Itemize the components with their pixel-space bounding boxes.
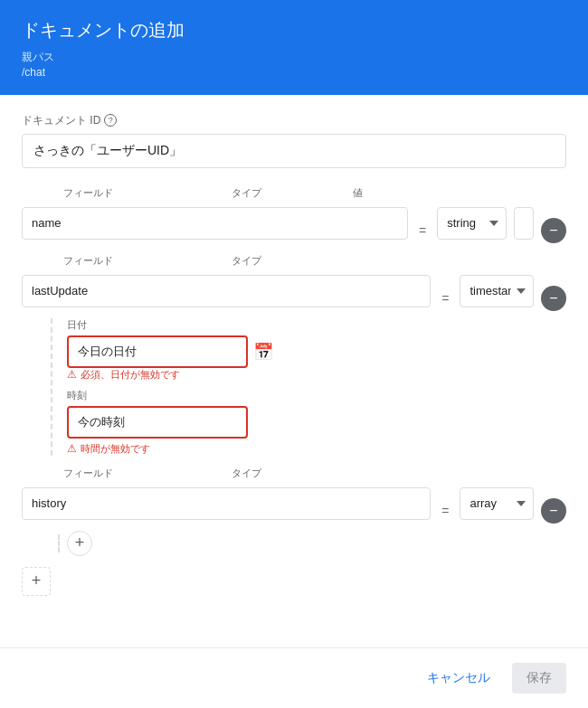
minus-icon-2: − <box>549 290 557 307</box>
remove-row-1-button[interactable]: − <box>541 218 566 243</box>
col-label-field-3: フィールド <box>63 467 181 480</box>
col-label-type-3: タイプ <box>232 467 331 480</box>
time-error-icon: ⚠ <box>67 442 77 455</box>
field-value-input-1[interactable] <box>514 207 534 240</box>
col-label-type: タイプ <box>232 186 331 200</box>
equals-3: = <box>441 504 449 518</box>
time-error-msg: ⚠ 時間が無効です <box>67 442 566 456</box>
cancel-button[interactable]: キャンセル <box>413 663 505 694</box>
col-label-type-2: タイプ <box>232 254 331 268</box>
parent-path-value: /chat <box>22 66 45 79</box>
remove-row-3-button[interactable]: − <box>541 498 566 524</box>
field-row-3: = array − <box>22 484 566 524</box>
field-history-input[interactable] <box>22 487 431 520</box>
date-input[interactable] <box>67 335 248 368</box>
dialog-body: ドキュメント ID ? フィールド タイプ 値 = string − <box>0 95 588 647</box>
col-label-field-2: フィールド <box>63 254 181 268</box>
date-error-icon: ⚠ <box>67 368 77 381</box>
column-labels-3: フィールド タイプ <box>22 467 566 480</box>
outer-add-row: + <box>22 567 566 596</box>
field-type-select-2[interactable]: timestamp <box>460 275 534 307</box>
field-name-input[interactable] <box>22 207 408 240</box>
plus-icon-nested: + <box>75 533 85 552</box>
minus-icon-1: − <box>549 222 557 239</box>
col-label-value: 値 <box>353 186 566 200</box>
equals-2: = <box>441 291 449 306</box>
time-error-text: 時間が無効です <box>81 442 150 456</box>
remove-row-2-button[interactable]: − <box>541 286 566 311</box>
save-button[interactable]: 保存 <box>512 663 566 694</box>
col-label-field: フィールド <box>63 186 181 200</box>
dialog-title: ドキュメントの追加 <box>22 18 566 42</box>
plus-icon-outer: + <box>32 571 42 590</box>
time-input[interactable] <box>67 406 248 439</box>
date-input-group: 📅 <box>67 335 248 368</box>
field-type-select-1[interactable]: string <box>437 207 507 240</box>
parent-path-label: 親パス /chat <box>22 50 566 80</box>
date-section-label: 日付 <box>67 318 566 332</box>
column-labels: フィールド タイプ 値 <box>22 186 566 200</box>
add-document-dialog: ドキュメントの追加 親パス /chat ドキュメント ID ? フィールド タイ… <box>0 0 588 708</box>
dialog-header: ドキュメントの追加 親パス /chat <box>0 0 588 95</box>
calendar-icon[interactable]: 📅 <box>253 342 273 362</box>
column-labels-2: フィールド タイプ <box>22 254 566 268</box>
dialog-footer: キャンセル 保存 <box>0 647 588 708</box>
doc-id-label: ドキュメント ID ? <box>22 113 566 128</box>
time-section-label: 時刻 <box>67 389 566 402</box>
field-row-1: = string − <box>22 203 566 243</box>
field-row-2: = timestamp − <box>22 271 566 311</box>
add-nested-field-button[interactable]: + <box>67 531 92 556</box>
minus-icon-3: − <box>549 503 557 519</box>
date-error-msg: ⚠ 必須、日付が無効です <box>67 368 566 382</box>
field-lastupdate-input[interactable] <box>22 275 431 307</box>
parent-label-text: 親パス <box>22 51 54 63</box>
add-field-button[interactable]: + <box>24 569 49 594</box>
doc-id-input[interactable] <box>22 134 566 168</box>
nested-add-row: + <box>51 531 566 556</box>
field-type-select-3[interactable]: array <box>460 487 534 520</box>
nested-timestamp-container: 日付 📅 ⚠ 必須、日付が無効です 時刻 ⚠ 時間が無効です <box>51 318 566 456</box>
equals-1: = <box>419 223 426 238</box>
date-error-text: 必須、日付が無効です <box>81 368 180 382</box>
help-icon[interactable]: ? <box>104 114 117 127</box>
